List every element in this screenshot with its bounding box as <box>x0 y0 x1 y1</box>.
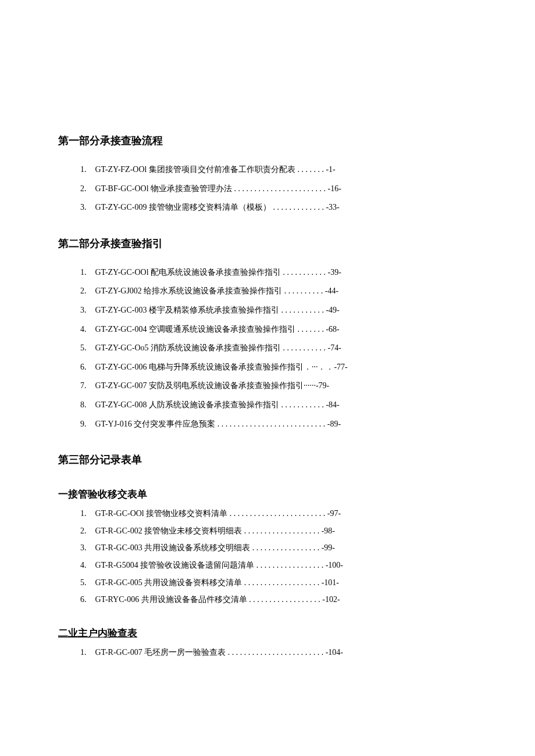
toc-text: GT-ZY-GC-004 空调暖通系统设施设备承接查验操作指引 . . . . … <box>95 325 340 334</box>
toc-text: GT-ZY-GC-006 电梯与升降系统设施设备承接查验操作指引．···．．-7… <box>95 363 348 371</box>
toc-number: 4. <box>80 324 93 335</box>
toc-number: 1. <box>80 647 93 658</box>
toc-number: 7. <box>80 380 93 392</box>
subsection-3-2-list: 1. GT-R-GC-007 毛坯房一房一验验查表 . . . . . . . … <box>58 647 477 658</box>
toc-entry: 1. GT-ZY-GC-OOl 配电系统设施设备承接查验操作指引 . . . .… <box>80 267 477 278</box>
toc-entry: 2. GT-ZY-GJ002 给排水系统设施设备承接查验操作指引 . . . .… <box>80 285 477 297</box>
toc-text: GT-R-GC-005 共用设施设备资料移交清单 . . . . . . . .… <box>95 578 339 587</box>
toc-text: GT-ZY-GC-007 安防及弱电系统设施设备承接查验操作指引······-7… <box>95 381 330 390</box>
toc-number: 9. <box>80 418 93 430</box>
toc-text: GT-ZY-GC-OOl 配电系统设施设备承接查验操作指引 . . . . . … <box>95 268 341 277</box>
document-page: 第一部分承接查验流程 1. GT-ZY-FZ-OOl 集团接管项目交付前准备工作… <box>58 134 477 658</box>
toc-number: 8. <box>80 399 93 411</box>
toc-entry: 5. GT-R-GC-005 共用设施设备资料移交清单 . . . . . . … <box>80 577 477 589</box>
section-1-heading: 第一部分承接查验流程 <box>58 134 477 148</box>
subsection-3-1-heading: 一接管验收移交表单 <box>58 488 477 501</box>
toc-number: 6. <box>80 361 93 373</box>
toc-text: GT-YJ-016 交付突发事件应急预案 . . . . . . . . . .… <box>95 420 341 428</box>
toc-number: 1. <box>80 164 93 175</box>
toc-number: 3. <box>80 304 93 316</box>
toc-number: 2. <box>80 183 93 195</box>
toc-text: GT-ZY-FZ-OOl 集团接管项目交付前准备工作职责分配表 . . . . … <box>95 165 336 174</box>
toc-number: 4. <box>80 560 93 571</box>
toc-entry: 5. GT-ZY-GC-Oo5 消防系统设施设备承接查验操作指引 . . . .… <box>80 342 477 354</box>
toc-text: GT-R-GC-002 接管物业未移交资料明细表 . . . . . . . .… <box>95 526 335 535</box>
toc-entry: 3. GT-ZY-GC-003 楼宇及精装修系统承接查验操作指引 . . . .… <box>80 304 477 316</box>
toc-text: GT-BF-GC-OOl 物业承接查验管理办法 . . . . . . . . … <box>95 184 341 193</box>
toc-text: GT-ZY-GC-Oo5 消防系统设施设备承接查验操作指引 . . . . . … <box>95 343 341 352</box>
toc-entry: 1. GT-ZY-FZ-OOl 集团接管项目交付前准备工作职责分配表 . . .… <box>80 164 477 175</box>
toc-entry: 9. GT-YJ-016 交付突发事件应急预案 . . . . . . . . … <box>80 418 477 430</box>
toc-number: 1. <box>80 267 93 278</box>
toc-entry: 1. GT-R-GC-OOl 接管物业移交资料清单 . . . . . . . … <box>80 508 477 519</box>
toc-number: 3. <box>80 202 93 213</box>
toc-entry: 6. GT-ZY-GC-006 电梯与升降系统设施设备承接查验操作指引．···．… <box>80 361 477 373</box>
toc-text: GT-ZY-GC-009 接管物业需移交资料清单（模板） . . . . . .… <box>95 203 340 212</box>
toc-entry: 4. GT-R-G5004 接管验收设施设备遗留问题清单 . . . . . .… <box>80 560 477 571</box>
toc-entry: 7. GT-ZY-GC-007 安防及弱电系统设施设备承接查验操作指引·····… <box>80 380 477 392</box>
section-3-heading: 第三部分记录表单 <box>58 453 477 467</box>
toc-number: 2. <box>80 525 93 537</box>
toc-text: GT-ZY-GJ002 给排水系统设施设备承接查验操作指引 . . . . . … <box>95 286 339 295</box>
section-2-list: 1. GT-ZY-GC-OOl 配电系统设施设备承接查验操作指引 . . . .… <box>58 267 477 429</box>
toc-text: GT-ZY-GC-008 人防系统设施设备承接查验操作指引 . . . . . … <box>95 400 340 409</box>
toc-entry: 2. GT-R-GC-002 接管物业未移交资料明细表 . . . . . . … <box>80 525 477 537</box>
toc-entry: 3. GT-ZY-GC-009 接管物业需移交资料清单（模板） . . . . … <box>80 202 477 213</box>
toc-entry: 2. GT-BF-GC-OOl 物业承接查验管理办法 . . . . . . .… <box>80 183 477 195</box>
toc-text: GT-R-GC-003 共用设施设备系统移交明细表 . . . . . . . … <box>95 543 335 552</box>
toc-text: GT-R-G5004 接管验收设施设备遗留问题清单 . . . . . . . … <box>95 561 343 569</box>
section-1-list: 1. GT-ZY-FZ-OOl 集团接管项目交付前准备工作职责分配表 . . .… <box>58 164 477 213</box>
toc-text: GT-R-GC-007 毛坯房一房一验验查表 . . . . . . . . .… <box>95 648 343 657</box>
toc-entry: 3. GT-R-GC-003 共用设施设备系统移交明细表 . . . . . .… <box>80 542 477 554</box>
toc-number: 3. <box>80 542 93 554</box>
toc-number: 6. <box>80 594 93 605</box>
toc-text: GT-RYC-006 共用设施设备备品件移交清单 . . . . . . . .… <box>95 595 340 604</box>
toc-number: 5. <box>80 577 93 589</box>
toc-text: GT-ZY-GC-003 楼宇及精装修系统承接查验操作指引 . . . . . … <box>95 306 340 314</box>
toc-entry: 1. GT-R-GC-007 毛坯房一房一验验查表 . . . . . . . … <box>80 647 477 658</box>
subsection-3-1-list: 1. GT-R-GC-OOl 接管物业移交资料清单 . . . . . . . … <box>58 508 477 605</box>
toc-text: GT-R-GC-OOl 接管物业移交资料清单 . . . . . . . . .… <box>95 509 341 518</box>
toc-number: 1. <box>80 508 93 519</box>
toc-number: 2. <box>80 285 93 297</box>
toc-entry: 6. GT-RYC-006 共用设施设备备品件移交清单 . . . . . . … <box>80 594 477 605</box>
toc-number: 5. <box>80 342 93 354</box>
subsection-3-2-heading: 二业主户内验查表 <box>58 626 477 640</box>
toc-entry: 8. GT-ZY-GC-008 人防系统设施设备承接查验操作指引 . . . .… <box>80 399 477 411</box>
toc-entry: 4. GT-ZY-GC-004 空调暖通系统设施设备承接查验操作指引 . . .… <box>80 324 477 335</box>
section-2-heading: 第二部分承接查验指引 <box>58 237 477 250</box>
